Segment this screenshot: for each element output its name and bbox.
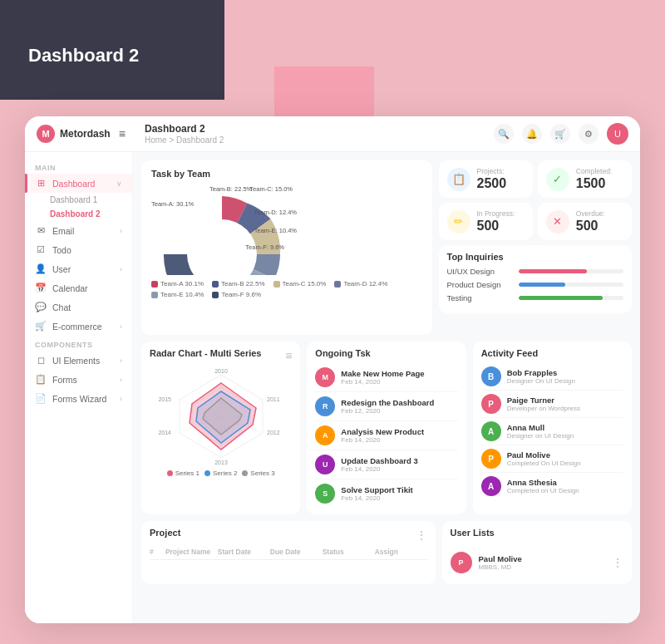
legend-dot-d xyxy=(334,281,341,288)
sidebar-item-dashboard[interactable]: ⊞ Dashboard ∨ xyxy=(25,174,132,193)
task-item: M Make New Home Page Feb 14, 2020 xyxy=(315,363,457,392)
task-info: Make New Home Page Feb 14, 2020 xyxy=(341,369,424,386)
radar-legend: Series 1 Series 2 Series 3 xyxy=(150,469,292,477)
dashboard-icon: ⊞ xyxy=(35,178,47,189)
search-icon[interactable]: 🔍 xyxy=(494,124,514,144)
row1: Task by Team xyxy=(141,160,632,335)
chart-legend: Team-A 30.1% Team-B 22.5% Team-C 15.0% xyxy=(151,280,422,298)
inquiry-bar-bg xyxy=(519,269,624,273)
sidebar-item-forms[interactable]: 📋 Forms › xyxy=(25,370,132,389)
bell-icon[interactable]: 🔔 xyxy=(522,124,542,144)
chevron-icon: › xyxy=(120,322,122,331)
label-team-e: Team-E: 10.4% xyxy=(254,227,297,234)
sidebar-item-calendar[interactable]: 📅 Calendar xyxy=(25,278,132,297)
content-area: Task by Team xyxy=(133,152,640,623)
hamburger-icon[interactable]: ≡ xyxy=(119,127,126,140)
radar-title-row: Radar Chart - Multi Series ≡ xyxy=(150,348,292,363)
table-header: # Project Name Start Date Due Date Statu… xyxy=(150,548,427,560)
legend-dot-f xyxy=(212,292,219,298)
calendar-icon: 📅 xyxy=(35,283,47,293)
task-item: A Analysis New Product Feb 14, 2020 xyxy=(315,421,457,450)
forms-icon: 📋 xyxy=(35,374,47,385)
task-avatar: M xyxy=(315,367,335,387)
activity-info: Paige Turner Developer on Wordpress xyxy=(507,396,580,412)
sidebar-item-ecommerce[interactable]: 🛒 E-commerce › xyxy=(25,317,132,336)
task-avatar: S xyxy=(315,484,335,504)
sidebar-sub-dashboard2[interactable]: Dashboard 2 xyxy=(25,207,132,221)
stats-col: 📋 Projects: 2500 ✓ Completed: 1500 xyxy=(439,160,633,335)
task-info: Redesign the Dashboard Feb 12, 2020 xyxy=(341,398,434,415)
activity-avatar: P xyxy=(481,394,501,414)
wizard-icon: 📄 xyxy=(35,393,47,404)
user-avatar-item: P xyxy=(451,552,472,573)
sidebar: Main ⊞ Dashboard ∨ Dashboard 1 Dashboard… xyxy=(25,152,133,623)
cart-icon[interactable]: 🛒 xyxy=(550,124,570,144)
chat-icon: 💬 xyxy=(35,302,47,312)
topbar: M Metordash ≡ Dashboard 2 Home > Dashboa… xyxy=(25,116,640,152)
legend-team-d: Team-D 12.4% xyxy=(334,280,387,288)
row3: Project ⋮ # Project Name Start Date Due … xyxy=(141,521,632,584)
task-chart-title: Task by Team xyxy=(151,169,422,179)
sidebar-item-user[interactable]: 👤 User › xyxy=(25,259,132,278)
row2: Radar Chart - Multi Series ≡ 2010 xyxy=(141,342,632,514)
stats-row-1: 📋 Projects: 2500 ✓ Completed: 1500 xyxy=(439,160,633,198)
radar-menu[interactable]: ≡ xyxy=(285,349,292,362)
stat-inprogress: ✏ In Progress: 500 xyxy=(439,203,533,240)
activity-item: B Bob Frapples Designer On UI Design xyxy=(481,363,623,391)
chevron-icon: › xyxy=(120,265,122,273)
svg-text:2013: 2013 xyxy=(214,460,228,465)
chevron-icon: › xyxy=(120,395,122,403)
sidebar-item-email[interactable]: ✉ Email › xyxy=(25,221,132,240)
inquiry-testing: Testing xyxy=(447,293,624,302)
inquiry-uiux: UI/UX Design xyxy=(447,267,624,276)
project-card: Project ⋮ # Project Name Start Date Due … xyxy=(141,521,436,584)
task-info: Analysis New Product Feb 14, 2020 xyxy=(341,427,424,444)
legend-team-c: Team-C 15.0% xyxy=(273,280,327,288)
activity-avatar: A xyxy=(481,476,501,496)
inquiry-product: Product Design xyxy=(447,280,624,289)
user-menu[interactable]: ⋮ xyxy=(612,556,623,569)
ecommerce-icon: 🛒 xyxy=(35,321,47,332)
activity-item: P Paige Turner Developer on Wordpress xyxy=(481,391,623,418)
activity-card: Activity Feed B Bob Frapples Designer On… xyxy=(473,342,632,514)
stat-info-overdue: Overdue: 500 xyxy=(576,209,605,234)
label-team-b: Team-B: 22.5% xyxy=(209,185,252,193)
activity-info: Paul Molive Completed On UI Design xyxy=(507,450,581,467)
main-layout: Main ⊞ Dashboard ∨ Dashboard 1 Dashboard… xyxy=(25,152,640,623)
legend-series3: Series 3 xyxy=(242,469,274,477)
user-icon: 👤 xyxy=(35,263,47,274)
legend-dot-c xyxy=(273,281,280,288)
sidebar-item-forms-wizard[interactable]: 📄 Forms Wizard › xyxy=(25,389,132,408)
project-menu[interactable]: ⋮ xyxy=(416,528,427,542)
user-avatar[interactable]: U xyxy=(607,123,628,145)
sidebar-item-ui-elements[interactable]: ◻ UI Elements › xyxy=(25,351,132,370)
sidebar-item-todo[interactable]: ☑ Todo xyxy=(25,240,132,259)
activity-avatar: P xyxy=(481,449,501,469)
task-chart-card: Task by Team xyxy=(141,160,432,335)
legend-team-f: Team-F 9.6% xyxy=(212,291,261,298)
radar-svg: 2010 2011 2012 2013 2014 2015 xyxy=(155,366,288,466)
task-avatar: A xyxy=(315,425,335,445)
user-item: P Paul Molive MBBS, MD ⋮ xyxy=(451,548,623,578)
projects-icon: 📋 xyxy=(447,168,470,191)
ongoing-card: Ongoing Tsk M Make New Home Page Feb 14,… xyxy=(307,342,466,514)
inquiry-bar-bg xyxy=(519,283,624,287)
dashboard-card: M Metordash ≡ Dashboard 2 Home > Dashboa… xyxy=(25,116,640,623)
inquiry-bar-fill xyxy=(519,283,566,287)
breadcrumb: Dashboard 2 Home > Dashboard 2 xyxy=(145,123,494,145)
chevron-icon: › xyxy=(120,227,122,235)
activity-avatar: A xyxy=(481,421,501,441)
legend-dot-b xyxy=(212,281,219,288)
task-item: S Solve Support Tikit Feb 14, 2020 xyxy=(315,479,457,508)
activity-item: A Anna Mull Designer on UI Design xyxy=(481,418,623,445)
sidebar-sub-dashboard1[interactable]: Dashboard 1 xyxy=(25,193,132,207)
topbar-icons: 🔍 🔔 🛒 ⚙ U xyxy=(494,123,628,145)
stat-info-completed: Completed: 1500 xyxy=(576,167,612,191)
email-icon: ✉ xyxy=(35,225,47,236)
topbar-logo: M Metordash ≡ xyxy=(37,125,145,143)
activity-info: Anna Sthesia Completed on UI Design xyxy=(507,478,579,494)
sidebar-item-chat[interactable]: 💬 Chat xyxy=(25,297,132,317)
inquiry-bar-fill xyxy=(519,296,603,300)
settings-icon[interactable]: ⚙ xyxy=(579,124,598,144)
task-avatar: U xyxy=(315,455,335,474)
